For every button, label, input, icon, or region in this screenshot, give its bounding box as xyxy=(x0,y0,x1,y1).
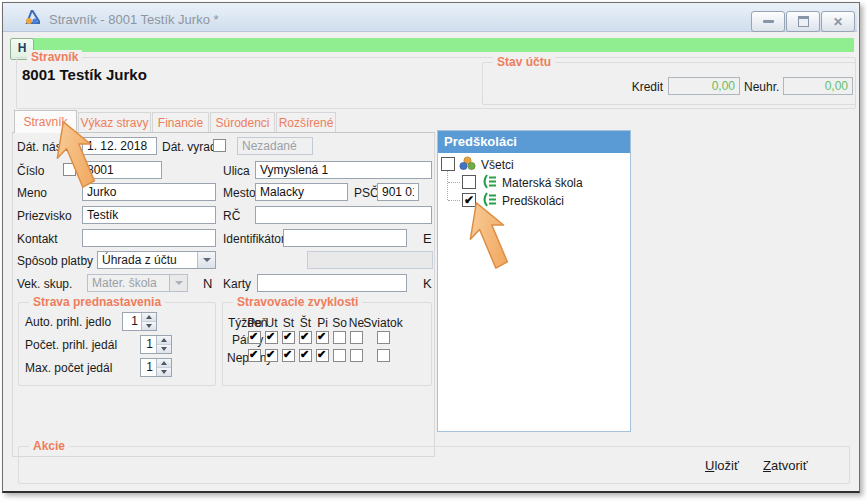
e-letter: E xyxy=(423,231,432,246)
dat-nast-label: Dát. nást. xyxy=(17,140,68,154)
parny-po-checkbox[interactable] xyxy=(248,331,261,344)
kredit-value-field xyxy=(668,77,740,95)
neuhr-value-field xyxy=(783,77,853,95)
parny-so-checkbox[interactable] xyxy=(333,331,346,344)
neparny-ne-checkbox[interactable] xyxy=(350,349,363,362)
day-label-ut: Ut xyxy=(263,316,280,330)
neparny-pi-checkbox[interactable] xyxy=(316,349,329,362)
day-label-po: Po xyxy=(246,316,263,330)
tab-vykaz-stravy[interactable]: Výkaz stravy xyxy=(78,112,151,132)
tab-surodenci[interactable]: Súrodenci xyxy=(210,112,275,132)
ulica-field[interactable] xyxy=(255,161,432,179)
tab-rozsirene[interactable]: Rozšírené xyxy=(276,112,336,132)
meno-field[interactable] xyxy=(82,183,216,201)
neparny-st2-checkbox[interactable] xyxy=(299,349,312,362)
priezvisko-label: Priezvisko xyxy=(17,209,72,223)
pocet-prihl-stepper[interactable]: 1 xyxy=(140,335,172,354)
dat-vyrad-label: Dát. vyrad. xyxy=(162,140,220,154)
identifikator-field[interactable] xyxy=(283,229,407,247)
status-strip xyxy=(12,38,854,52)
meno-label: Meno xyxy=(17,186,47,200)
categories-header: Predškoláci xyxy=(438,131,630,153)
title-bar: Stravník - 8001 Testík Jurko * ✕ xyxy=(3,3,857,32)
tab-stravnik[interactable]: Stravník xyxy=(14,110,77,133)
tree-connector xyxy=(447,171,448,200)
spin-down-icon[interactable] xyxy=(157,367,171,376)
tree-predskolaci-checkbox[interactable] xyxy=(462,193,476,207)
cislo-field[interactable] xyxy=(82,161,162,179)
tree-materska-checkbox[interactable] xyxy=(462,175,476,189)
inactive-box xyxy=(307,251,433,269)
cislo-checkbox[interactable] xyxy=(63,163,76,176)
dat-nast-field[interactable] xyxy=(82,137,157,155)
neuhr-label: Neuhr. xyxy=(744,80,779,94)
max-pocet-value: 1 xyxy=(141,359,156,376)
close-icon: ✕ xyxy=(833,16,843,28)
neparny-so-checkbox[interactable] xyxy=(333,349,346,362)
mesto-field[interactable] xyxy=(255,183,348,201)
group-icon xyxy=(481,192,497,207)
tree-vsetci-checkbox[interactable] xyxy=(441,157,455,171)
spin-up-icon[interactable] xyxy=(157,359,171,367)
spin-down-icon[interactable] xyxy=(157,344,171,353)
neparny-sviatok-checkbox[interactable] xyxy=(377,349,390,362)
ulica-label: Ulica xyxy=(223,164,250,178)
kredit-label: Kredit xyxy=(610,80,663,94)
mesto-label: Mesto xyxy=(223,186,256,200)
auto-prihl-value: 1 xyxy=(123,313,141,330)
parny-ne-checkbox[interactable] xyxy=(350,331,363,344)
window-title: Stravník - 8001 Testík Jurko * xyxy=(49,12,219,27)
karty-field[interactable] xyxy=(257,274,407,292)
neparny-ut-checkbox[interactable] xyxy=(265,349,278,362)
neparny-st-checkbox[interactable] xyxy=(282,349,295,362)
spin-down-icon[interactable] xyxy=(142,321,156,330)
parny-st-checkbox[interactable] xyxy=(282,331,295,344)
presets-group-label: Strava prednastavenia xyxy=(29,295,165,309)
member-name: 8001 Testík Jurko xyxy=(22,66,147,83)
rc-label: RČ xyxy=(223,209,240,223)
tree-predskolaci-label[interactable]: Predškoláci xyxy=(502,194,564,208)
vek-skup-value: Mater. škola xyxy=(88,275,169,291)
save-button[interactable]: Uložiť xyxy=(705,458,739,473)
parny-sviatok-checkbox[interactable] xyxy=(377,331,390,344)
close-button[interactable]: ✕ xyxy=(821,11,855,32)
parny-ut-checkbox[interactable] xyxy=(265,331,278,344)
close-dialog-button[interactable]: Zatvoriť xyxy=(763,458,808,473)
rc-field[interactable] xyxy=(255,206,432,224)
account-group-label: Stav účtu xyxy=(493,55,555,69)
max-pocet-label: Max. počet jedál xyxy=(25,361,112,375)
karty-label: Karty xyxy=(223,277,251,291)
maximize-button[interactable] xyxy=(786,11,820,32)
tab-financie[interactable]: Financie xyxy=(152,112,209,132)
spin-up-icon[interactable] xyxy=(142,313,156,321)
all-groups-icon xyxy=(459,156,476,171)
holiday-label: Sviatok xyxy=(362,316,404,330)
group-icon xyxy=(481,174,497,189)
dat-vyrad-checkbox[interactable] xyxy=(213,139,226,152)
parny-st2-checkbox[interactable] xyxy=(299,331,312,344)
kontakt-label: Kontakt xyxy=(17,232,58,246)
neparny-po-checkbox[interactable] xyxy=(248,349,261,362)
max-pocet-stepper[interactable]: 1 xyxy=(140,358,172,377)
chevron-down-icon[interactable] xyxy=(197,252,215,268)
psc-field[interactable] xyxy=(377,183,419,201)
auto-prihl-stepper[interactable]: 1 xyxy=(122,312,157,331)
tree-materska-label[interactable]: Materská škola xyxy=(502,176,583,190)
parny-pi-checkbox[interactable] xyxy=(316,331,329,344)
pocet-prihl-value: 1 xyxy=(141,336,156,353)
minimize-icon xyxy=(763,20,774,23)
tree-connector xyxy=(448,200,460,201)
chevron-down-icon xyxy=(169,275,187,291)
day-label-so: So xyxy=(331,316,348,330)
tree-connector xyxy=(448,182,460,183)
tree-vsetci-label[interactable]: Všetci xyxy=(481,158,514,172)
spin-up-icon[interactable] xyxy=(157,336,171,344)
pocet-prihl-label: Počet. prihl. jedál xyxy=(25,338,117,352)
psc-label: PSČ xyxy=(354,186,379,200)
sposob-platby-label: Spôsob platby xyxy=(17,254,93,268)
kontakt-field[interactable] xyxy=(82,229,216,247)
sposob-platby-select[interactable]: Úhrada z účtu xyxy=(97,251,216,269)
day-label-st: St xyxy=(280,316,297,330)
priezvisko-field[interactable] xyxy=(82,206,216,224)
minimize-button[interactable] xyxy=(751,11,785,32)
